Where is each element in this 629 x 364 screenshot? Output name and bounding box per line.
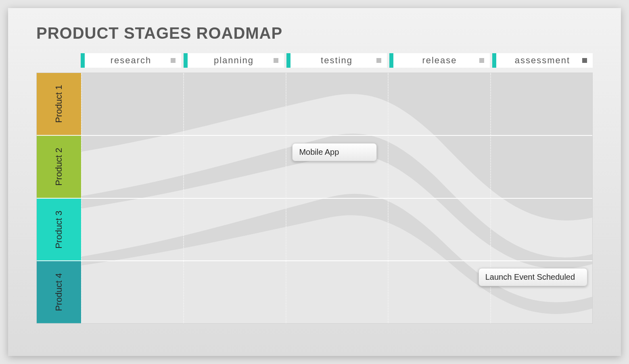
note-mobile-app[interactable]: Mobile App — [292, 143, 377, 161]
column-separator — [183, 73, 184, 323]
product-row: Product 3 — [37, 198, 592, 261]
slide-outer: PRODUCT STAGES ROADMAP research planning… — [0, 0, 629, 364]
product-row: Product 1 — [37, 73, 592, 135]
stage-accent — [184, 53, 188, 68]
stage-accent — [81, 53, 85, 68]
note-launch-event[interactable]: Launch Event Scheduled — [479, 268, 587, 286]
stage-assessment: assessment — [492, 53, 593, 68]
stage-release: release — [389, 53, 490, 68]
stage-marker-icon — [171, 58, 176, 63]
stage-label: release — [422, 55, 457, 66]
stage-marker-icon — [274, 58, 278, 63]
stage-label: research — [111, 55, 152, 66]
product-label: Product 1 — [37, 73, 81, 135]
stage-accent — [286, 53, 290, 68]
product-label: Product 3 — [37, 199, 81, 261]
column-separator — [286, 73, 286, 323]
stage-label: testing — [321, 55, 353, 66]
stage-research: research — [81, 53, 181, 68]
product-label: Product 4 — [37, 261, 81, 323]
stage-header-row: research planning testing release assess — [81, 53, 593, 68]
stage-label: assessment — [515, 55, 570, 66]
stage-accent — [389, 53, 393, 68]
column-separator — [388, 73, 389, 323]
stage-testing: testing — [286, 53, 387, 68]
stage-marker-icon — [376, 58, 381, 63]
slide: PRODUCT STAGES ROADMAP research planning… — [8, 8, 621, 356]
product-label: Product 2 — [37, 136, 81, 198]
roadmap-grid: Product 1 Product 2 Product 3 Product 4 … — [36, 73, 593, 324]
column-separator — [81, 73, 82, 323]
stage-accent — [492, 53, 496, 68]
stage-label: planning — [214, 55, 254, 66]
stage-marker-icon — [582, 58, 587, 63]
page-title: PRODUCT STAGES ROADMAP — [36, 24, 593, 42]
stage-marker-icon — [479, 58, 484, 63]
stage-planning: planning — [184, 53, 284, 68]
